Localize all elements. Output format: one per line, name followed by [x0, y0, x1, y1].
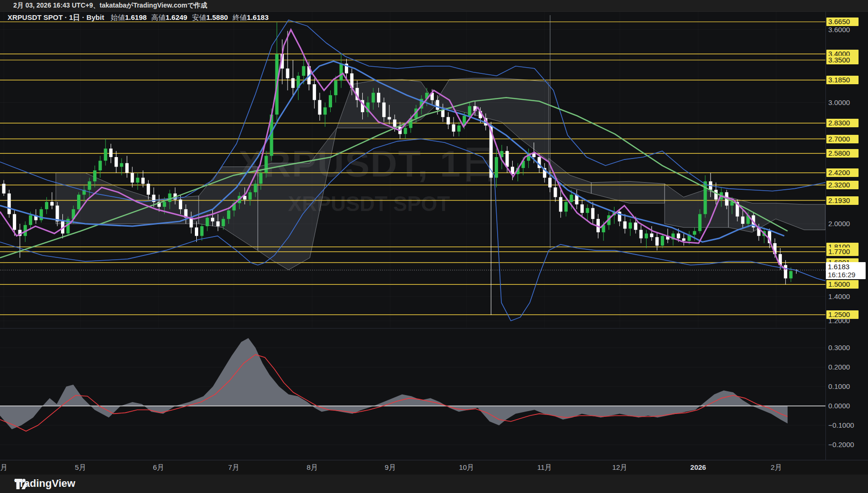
- indicator-axis-label: −0.2000: [826, 440, 862, 449]
- fast-ma-line: [0, 30, 786, 270]
- time-axis-label[interactable]: 5月: [75, 463, 86, 472]
- indicator-axis-label: 0.3000: [826, 343, 862, 352]
- ohlc-label: 高値: [151, 13, 166, 21]
- export-header-bar: 2月 03, 2026 16:43 UTC+9、takatabaがTrading…: [0, 0, 868, 12]
- time-axis-label[interactable]: 8月: [307, 463, 317, 472]
- time-axis-label[interactable]: 2026: [690, 463, 706, 471]
- indicator-axis-label: 0.2000: [826, 363, 862, 371]
- price-level-label: 2.5800: [826, 149, 859, 158]
- ohlc-label: 始値: [111, 13, 125, 21]
- ohlc-value: 1.5880: [206, 13, 228, 21]
- time-axis-label[interactable]: 9月: [385, 463, 395, 472]
- time-axis-label[interactable]: 10月: [459, 463, 474, 472]
- price-level-label: 2.4200: [826, 168, 859, 177]
- ichimoku-cloud: [728, 197, 825, 232]
- price-level-label: 1.5000: [826, 280, 859, 289]
- main-price-pane: [0, 12, 825, 448]
- bollinger-lower-line: [0, 139, 825, 321]
- price-level-label: 3.1850: [826, 76, 859, 84]
- time-axis-label[interactable]: 7月: [228, 463, 239, 472]
- footer-bar: TradingView: [0, 475, 868, 493]
- ohlc-value: 1.6183: [247, 13, 269, 21]
- indicator-axis-label: 0.1000: [826, 382, 862, 391]
- price-level-label: 1.2500: [826, 310, 859, 319]
- created-timestamp: 2月 03, 2026 16:43 UTC+9、takatabaがTrading…: [13, 1, 207, 10]
- price-level-label: 2.1930: [826, 196, 859, 205]
- time-axis-label[interactable]: 11月: [537, 463, 552, 472]
- ohlc-label: 安値: [192, 13, 206, 21]
- ichimoku-cloud: [258, 128, 337, 270]
- oscillator-signal-line: [0, 354, 788, 431]
- symbol-title[interactable]: XRPUSDT SPOT · 1日 · Bybit: [8, 13, 104, 21]
- price-level-label: 3.3500: [826, 56, 859, 64]
- time-axis[interactable]: 月5月6月7月8月9月10月11月12月20262月: [0, 460, 868, 475]
- price-level-label: 1.7700: [826, 247, 859, 256]
- ohlc-value: 1.6198: [125, 13, 147, 21]
- price-axis-label: 2.0000: [826, 220, 862, 228]
- oscillator-pane: [0, 338, 825, 445]
- chart-canvas[interactable]: [0, 0, 868, 493]
- price-level-label: 2.7000: [826, 135, 859, 143]
- price-axis-label: 3.6000: [826, 26, 862, 34]
- time-axis-label[interactable]: 6月: [153, 463, 164, 472]
- indicator-axis-label: −0.1000: [826, 421, 862, 430]
- price-level-label: 2.8300: [826, 119, 859, 127]
- indicator-axis-label: 0.0000: [826, 402, 862, 410]
- candlestick-series: [2, 22, 798, 315]
- price-axis-label: 3.0000: [826, 98, 862, 107]
- tradingview-logo-icon: [14, 477, 28, 491]
- tradingview-logo[interactable]: TradingView: [14, 477, 75, 490]
- chart-legend[interactable]: XRPUSDT SPOT · 1日 · Bybit始値1.6198高値1.624…: [8, 13, 273, 22]
- price-level-label: 3.6650: [826, 18, 859, 26]
- time-axis-label[interactable]: 2月: [771, 463, 781, 472]
- ichimoku-cloud: [665, 184, 728, 227]
- time-axis-label[interactable]: 月: [0, 463, 8, 472]
- countdown-timer: 16:16:29: [828, 271, 866, 279]
- current-price-value: 1.6183: [828, 263, 866, 271]
- ohlc-value: 1.6249: [166, 13, 187, 21]
- tradingview-chart-page: { "header": { "created_text": "2月 03, 20…: [0, 0, 868, 493]
- ichimoku-cloud: [591, 181, 665, 203]
- ohlc-values: 始値1.6198高値1.6249安値1.5880終値1.6183: [111, 13, 273, 21]
- price-level-label: 2.3200: [826, 181, 859, 189]
- current-price-label: 1.6183 16:16:29: [826, 262, 866, 279]
- time-axis-label[interactable]: 12月: [612, 463, 627, 472]
- price-axis-label: 1.4000: [826, 292, 862, 301]
- ohlc-label: 終値: [233, 13, 247, 21]
- oscillator-area: [0, 338, 788, 430]
